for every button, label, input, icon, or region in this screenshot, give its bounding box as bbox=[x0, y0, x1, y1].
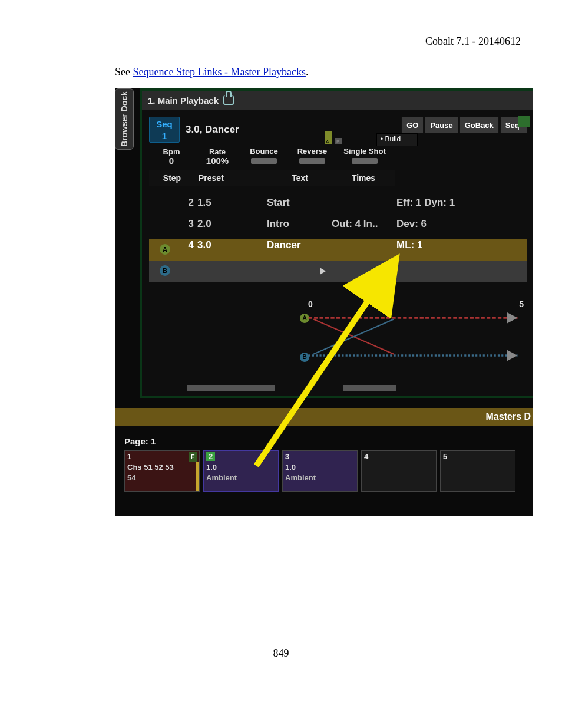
lock-icon[interactable] bbox=[223, 95, 234, 105]
master-line2: Ambient bbox=[285, 473, 316, 482]
master-line1: Chs 51 52 53 bbox=[127, 463, 174, 472]
intro-prefix: See bbox=[115, 66, 133, 78]
b-badge-icon: B bbox=[160, 265, 170, 276]
rate-label: Rate bbox=[195, 147, 240, 156]
panel-title: 1. Main Playback bbox=[148, 95, 219, 106]
master-slot-3[interactable]: 3 1.0 Ambient bbox=[282, 450, 358, 492]
browser-dock-label: Browser Dock bbox=[120, 91, 129, 147]
master-number: 2 bbox=[206, 452, 215, 461]
master-number: 1 bbox=[127, 452, 131, 461]
singleshot-label: Single Shot bbox=[338, 147, 392, 156]
main-playback-panel: 1. Main Playback Seq 1 3.0, Dancer AB GO bbox=[140, 88, 533, 398]
seq-number: 1 bbox=[150, 130, 179, 142]
master-line2: 54 bbox=[127, 473, 135, 482]
master-slot-2[interactable]: 2 1.0 Ambient bbox=[203, 450, 279, 492]
master-line2: Ambient bbox=[206, 473, 237, 482]
page-header-text: Cobalt 7.1 - 20140612 bbox=[425, 35, 521, 48]
master-slot-5[interactable]: 5 bbox=[440, 450, 515, 492]
step-row-active-a[interactable]: A 4 3.0 Dancer ML: 1 bbox=[149, 239, 527, 261]
bounce-label: Bounce bbox=[241, 147, 287, 156]
master-line1: 1.0 bbox=[206, 463, 217, 472]
col-step: Step bbox=[149, 170, 195, 186]
ab-level-icon: AB bbox=[325, 130, 348, 144]
play-icon bbox=[320, 268, 326, 275]
crossfade-graph: 0 5 A B bbox=[301, 301, 524, 371]
master-line1: 1.0 bbox=[285, 463, 296, 472]
sequence-master-link[interactable]: Sequence Step Links - Master Playbacks bbox=[133, 66, 306, 78]
time-label-5: 5 bbox=[519, 299, 524, 309]
masters-page-label: Page: 1 bbox=[124, 436, 156, 446]
bpm-display[interactable]: Bpm 0 bbox=[149, 146, 194, 166]
gear-icon[interactable] bbox=[518, 116, 530, 127]
master-slot-1[interactable]: 1 F Chs 51 52 53 54 bbox=[124, 450, 200, 492]
panel-titlebar: 1. Main Playback bbox=[142, 91, 533, 110]
master-flag-icon: F bbox=[189, 452, 197, 462]
pause-button[interactable]: Pause bbox=[425, 117, 458, 133]
seq-label: Seq bbox=[150, 118, 179, 130]
bpm-label: Bpm bbox=[149, 147, 194, 156]
step-row-next-b[interactable]: B bbox=[149, 261, 527, 282]
scrollbar[interactable] bbox=[149, 383, 526, 393]
sequence-number-box[interactable]: Seq 1 bbox=[149, 117, 180, 143]
step-row[interactable]: 3 2.0 Intro Out: 4 In.. Dev: 6 bbox=[149, 218, 527, 239]
col-times: Times bbox=[332, 170, 395, 186]
singleshot-toggle[interactable]: Single Shot bbox=[338, 146, 392, 166]
sequence-name: 3.0, Dancer bbox=[186, 124, 239, 136]
masters-band: Masters D bbox=[115, 408, 533, 426]
build-dropdown[interactable]: • Build bbox=[376, 133, 418, 146]
master-number: 4 bbox=[364, 452, 368, 461]
master-number: 3 bbox=[285, 452, 289, 461]
step-row[interactable]: 2 1.5 Start Eff: 1 Dyn: 1 bbox=[149, 197, 527, 218]
master-number: 5 bbox=[443, 452, 447, 461]
bpm-value: 0 bbox=[149, 156, 194, 165]
browser-dock-tab[interactable]: Browser Dock bbox=[115, 88, 134, 150]
master-slot-4[interactable]: 4 bbox=[361, 450, 437, 492]
app-screenshot: Browser Dock 1. Main Playback Seq 1 3.0,… bbox=[115, 88, 533, 516]
goback-button[interactable]: GoBack bbox=[459, 117, 499, 133]
intro-suffix: . bbox=[306, 66, 309, 78]
col-text: Text bbox=[268, 170, 332, 186]
master-level-bar bbox=[196, 462, 199, 491]
rate-display[interactable]: Rate 100% bbox=[195, 146, 240, 166]
reverse-label: Reverse bbox=[289, 147, 335, 156]
go-button[interactable]: GO bbox=[401, 117, 424, 133]
bounce-toggle[interactable]: Bounce bbox=[241, 146, 287, 166]
intro-line: See Sequence Step Links - Master Playbac… bbox=[115, 66, 308, 78]
col-preset: Preset bbox=[195, 170, 268, 186]
rate-value: 100% bbox=[195, 156, 240, 165]
reverse-toggle[interactable]: Reverse bbox=[289, 146, 335, 166]
page-number: 849 bbox=[0, 647, 562, 660]
time-label-0: 0 bbox=[308, 299, 313, 309]
